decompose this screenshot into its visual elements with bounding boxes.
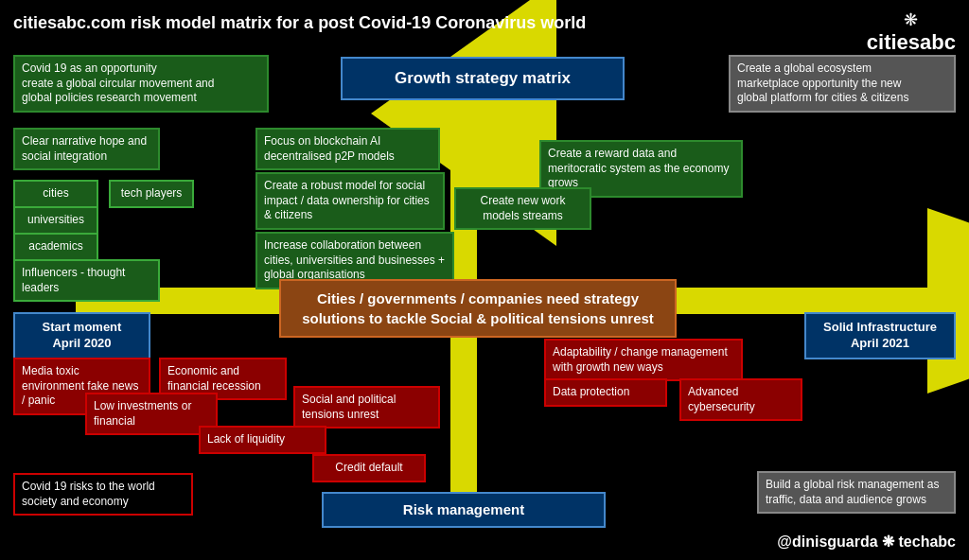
new-work-text: Create new work models streams: [480, 194, 565, 222]
covid-opportunity-box: Covid 19 as an opportunity create a glob…: [13, 55, 269, 113]
collaboration-text: Increase collaboration between cities, u…: [264, 238, 445, 281]
logo-icon: ❋: [904, 9, 918, 30]
reward-data-text: Create a reward data and meritocratic sy…: [548, 147, 729, 189]
influencers-text: Influencers - thought leaders: [22, 266, 125, 294]
advanced-cyber-box: Advanced cybersecurity: [679, 378, 802, 421]
credit-default-text: Credit default: [335, 461, 402, 474]
universities-text: universities: [27, 213, 84, 226]
start-moment-box: Start moment April 2020: [13, 312, 150, 359]
advanced-cyber-text: Advanced cybersecurity: [688, 385, 755, 413]
risk-management-box: Risk management: [322, 492, 606, 528]
cities-governments-text: Cities / governments / companies need st…: [302, 290, 654, 326]
solid-infrastructure-text: Solid Infrastructure April 2021: [823, 320, 937, 350]
tech-players-box: tech players: [109, 180, 194, 208]
footer-icon: ❋: [882, 534, 898, 550]
economic-recession-text: Economic and financial recession: [167, 364, 261, 393]
tech-players-text: tech players: [121, 186, 183, 200]
adaptability-box: Adaptability / change management with gr…: [544, 339, 743, 381]
solid-infrastructure-box: Solid Infrastructure April 2021: [804, 312, 956, 359]
lack-liquidity-box: Lack of liquidity: [199, 426, 326, 454]
growth-strategy-box: Growth strategy matrix: [341, 57, 625, 100]
covid-opportunity-text: Covid 19 as an opportunity create a glob…: [22, 61, 214, 104]
social-political-text: Social and political tensions unrest: [302, 393, 396, 421]
covid-risks-box: Covid 19 risks to the world society and …: [13, 473, 193, 516]
low-investments-text: Low investments or financial: [94, 399, 191, 428]
cities-box: cities: [13, 180, 98, 208]
logo: ❋ citiesabc: [867, 9, 956, 55]
footer-handle: @dinisguarda: [777, 534, 877, 550]
blockchain-text: Focus on blockchain AI decentralised p2P…: [264, 134, 395, 163]
social-political-box: Social and political tensions unrest: [293, 386, 440, 429]
footer: @dinisguarda ❋ techabc: [777, 533, 956, 551]
footer-brand: techabc: [899, 534, 956, 550]
growth-strategy-text: Growth strategy matrix: [395, 69, 571, 87]
data-protection-box: Data protection: [544, 378, 667, 407]
low-investments-box: Low investments or financial: [85, 393, 218, 435]
data-protection-text: Data protection: [553, 385, 629, 398]
credit-default-box: Credit default: [312, 454, 426, 482]
new-work-box: Create new work models streams: [454, 187, 591, 230]
academics-text: academics: [28, 239, 82, 253]
covid-risks-text: Covid 19 risks to the world society and …: [22, 480, 155, 508]
clear-narrative-box: Clear narrative hope and social integrat…: [13, 128, 160, 170]
start-moment-text: Start moment April 2020: [43, 320, 122, 350]
robust-model-text: Create a robust model for social impact …: [264, 179, 430, 221]
lack-liquidity-text: Lack of liquidity: [207, 432, 285, 446]
blockchain-box: Focus on blockchain AI decentralised p2P…: [255, 128, 440, 170]
cities-text: cities: [43, 186, 68, 200]
cities-governments-box: Cities / governments / companies need st…: [279, 279, 677, 338]
global-ecosystem-box: Create a global ecosystem marketplace op…: [729, 55, 956, 113]
adaptability-text: Adaptability / change management with gr…: [553, 345, 728, 374]
universities-box: universities: [13, 206, 98, 235]
robust-model-box: Create a robust model for social impact …: [255, 172, 445, 230]
risk-management-text: Risk management: [403, 501, 524, 517]
logo-text: citiesabc: [867, 30, 956, 55]
global-ecosystem-text: Create a global ecosystem marketplace op…: [737, 61, 908, 104]
build-global-text: Build a global risk management as traffi…: [766, 478, 939, 506]
influencers-box: Influencers - thought leaders: [13, 259, 160, 302]
page-title: citiesabc.com risk model matrix for a po…: [13, 13, 586, 33]
build-global-box: Build a global risk management as traffi…: [757, 471, 956, 514]
clear-narrative-text: Clear narrative hope and social integrat…: [22, 134, 147, 163]
academics-box: academics: [13, 233, 98, 261]
